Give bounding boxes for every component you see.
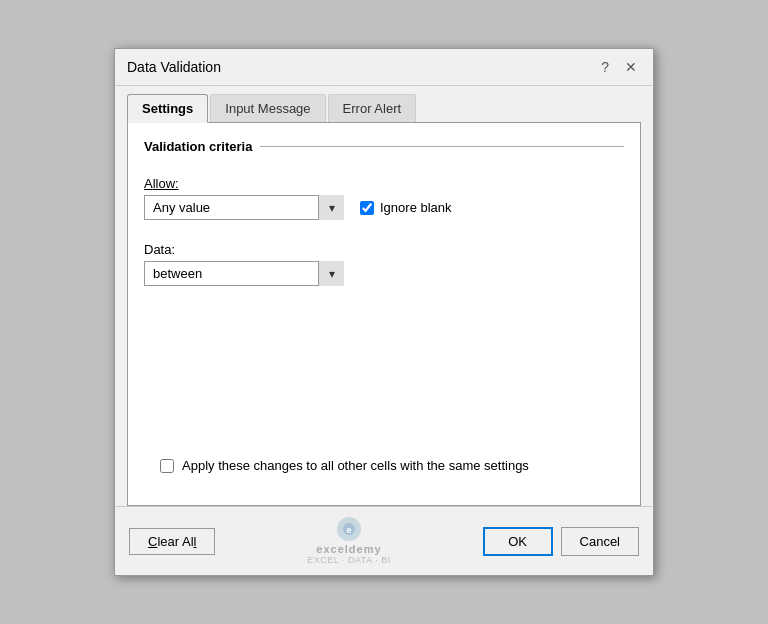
tab-settings[interactable]: Settings <box>127 94 208 123</box>
allow-label: Allow: <box>144 176 624 191</box>
dialog-title: Data Validation <box>127 59 221 75</box>
tab-bar: Settings Input Message Error Alert <box>115 86 653 122</box>
data-label: Data: <box>144 242 624 257</box>
title-bar: Data Validation ? ✕ <box>115 49 653 86</box>
footer-right: OK Cancel <box>483 527 639 556</box>
clear-all-button[interactable]: Clear All <box>129 528 215 555</box>
content-area <box>144 286 624 446</box>
ignore-blank-row: Ignore blank <box>360 200 452 215</box>
allow-select-wrapper: Any value Whole number Decimal List Date… <box>144 195 344 220</box>
exceldemy-name: exceldemy <box>316 543 381 555</box>
section-validation-criteria: Validation criteria <box>144 139 624 154</box>
data-validation-dialog: Data Validation ? ✕ Settings Input Messa… <box>114 48 654 576</box>
apply-checkbox[interactable] <box>160 459 174 473</box>
data-select[interactable]: between not between equal to not equal t… <box>144 261 344 286</box>
footer-center: e exceldemy EXCEL · DATA · BI <box>307 517 390 565</box>
apply-label: Apply these changes to all other cells w… <box>182 458 529 473</box>
help-button[interactable]: ? <box>597 57 613 77</box>
exceldemy-tagline: EXCEL · DATA · BI <box>307 555 390 565</box>
tab-error-alert[interactable]: Error Alert <box>328 94 417 122</box>
data-section: Data: between not between equal to not e… <box>144 232 624 286</box>
exceldemy-watermark: e exceldemy EXCEL · DATA · BI <box>307 517 390 565</box>
tab-content-settings: Validation criteria Allow: Any value Who… <box>127 122 641 506</box>
ignore-blank-checkbox[interactable] <box>360 201 374 215</box>
exceldemy-svg: e <box>342 522 356 536</box>
svg-text:e: e <box>346 525 351 535</box>
close-button[interactable]: ✕ <box>621 57 641 77</box>
tab-input-message[interactable]: Input Message <box>210 94 325 122</box>
ignore-blank-label: Ignore blank <box>380 200 452 215</box>
apply-row: Apply these changes to all other cells w… <box>144 446 624 489</box>
footer: Clear All e exceldemy EXCEL · DATA · BI … <box>115 506 653 575</box>
footer-left: Clear All <box>129 528 215 555</box>
cancel-button[interactable]: Cancel <box>561 527 639 556</box>
allow-row: Any value Whole number Decimal List Date… <box>144 195 624 220</box>
exceldemy-logo-icon: e <box>337 517 361 541</box>
ok-button[interactable]: OK <box>483 527 553 556</box>
data-select-wrapper: between not between equal to not equal t… <box>144 261 344 286</box>
title-bar-controls: ? ✕ <box>597 57 641 77</box>
allow-select[interactable]: Any value Whole number Decimal List Date… <box>144 195 344 220</box>
